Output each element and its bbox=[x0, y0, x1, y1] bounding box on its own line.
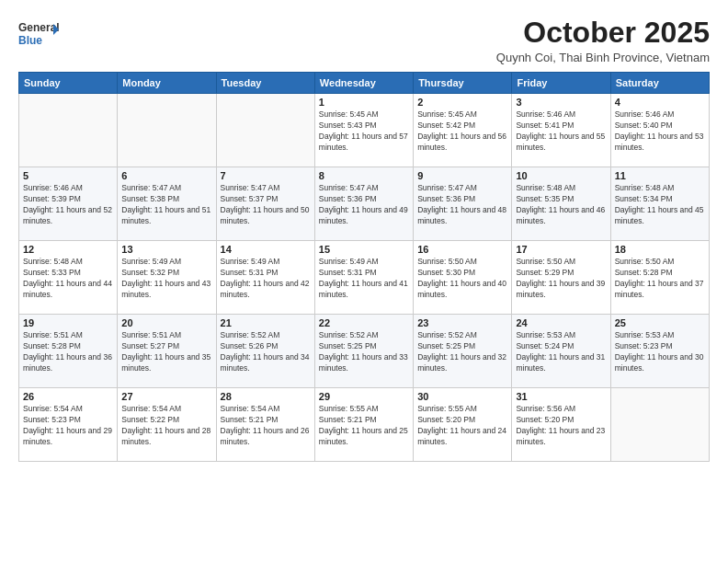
day-number: 28 bbox=[221, 391, 311, 402]
calendar-week-row: 19Sunrise: 5:51 AM Sunset: 5:28 PM Dayli… bbox=[19, 315, 710, 388]
day-info: Sunrise: 5:53 AM Sunset: 5:24 PM Dayligh… bbox=[516, 330, 606, 374]
col-saturday: Saturday bbox=[610, 73, 709, 94]
table-row: 7Sunrise: 5:47 AM Sunset: 5:37 PM Daylig… bbox=[216, 167, 314, 241]
day-info: Sunrise: 5:49 AM Sunset: 5:31 PM Dayligh… bbox=[221, 257, 311, 301]
day-info: Sunrise: 5:46 AM Sunset: 5:40 PM Dayligh… bbox=[615, 109, 705, 154]
table-row: 10Sunrise: 5:48 AM Sunset: 5:35 PM Dayli… bbox=[512, 167, 610, 241]
table-row: 15Sunrise: 5:49 AM Sunset: 5:31 PM Dayli… bbox=[314, 241, 413, 315]
day-info: Sunrise: 5:46 AM Sunset: 5:41 PM Dayligh… bbox=[516, 109, 606, 154]
table-row: 6Sunrise: 5:47 AM Sunset: 5:38 PM Daylig… bbox=[118, 167, 216, 241]
day-number: 22 bbox=[319, 317, 409, 328]
day-info: Sunrise: 5:52 AM Sunset: 5:25 PM Dayligh… bbox=[417, 330, 507, 374]
day-number: 27 bbox=[121, 391, 211, 402]
day-number: 24 bbox=[516, 317, 606, 328]
location-subtitle: Quynh Coi, Thai Binh Province, Vietnam bbox=[496, 51, 710, 64]
day-number: 11 bbox=[615, 170, 705, 181]
day-info: Sunrise: 5:47 AM Sunset: 5:36 PM Dayligh… bbox=[319, 183, 409, 227]
logo-icon: General Blue bbox=[18, 17, 59, 52]
title-block: October 2025 Quynh Coi, Thai Binh Provin… bbox=[496, 17, 710, 64]
day-info: Sunrise: 5:55 AM Sunset: 5:21 PM Dayligh… bbox=[319, 404, 409, 448]
day-info: Sunrise: 5:47 AM Sunset: 5:37 PM Dayligh… bbox=[221, 183, 311, 227]
col-wednesday: Wednesday bbox=[314, 73, 413, 94]
day-number: 2 bbox=[417, 97, 507, 108]
table-row: 8Sunrise: 5:47 AM Sunset: 5:36 PM Daylig… bbox=[314, 167, 413, 241]
day-info: Sunrise: 5:53 AM Sunset: 5:23 PM Dayligh… bbox=[615, 330, 705, 374]
day-number: 3 bbox=[516, 97, 606, 108]
day-number: 12 bbox=[23, 244, 113, 255]
day-info: Sunrise: 5:48 AM Sunset: 5:34 PM Dayligh… bbox=[615, 183, 705, 227]
day-number: 8 bbox=[319, 170, 409, 181]
day-info: Sunrise: 5:55 AM Sunset: 5:20 PM Dayligh… bbox=[417, 404, 507, 448]
month-title: October 2025 bbox=[496, 17, 710, 49]
day-info: Sunrise: 5:50 AM Sunset: 5:29 PM Dayligh… bbox=[516, 257, 606, 301]
header: General Blue October 2025 Quynh Coi, Tha… bbox=[18, 17, 710, 64]
table-row: 24Sunrise: 5:53 AM Sunset: 5:24 PM Dayli… bbox=[512, 315, 610, 388]
table-row: 21Sunrise: 5:52 AM Sunset: 5:26 PM Dayli… bbox=[216, 315, 314, 388]
day-info: Sunrise: 5:45 AM Sunset: 5:43 PM Dayligh… bbox=[319, 109, 409, 154]
day-info: Sunrise: 5:52 AM Sunset: 5:25 PM Dayligh… bbox=[319, 330, 409, 374]
day-number: 13 bbox=[121, 244, 211, 255]
day-info: Sunrise: 5:48 AM Sunset: 5:35 PM Dayligh… bbox=[516, 183, 606, 227]
calendar-week-row: 26Sunrise: 5:54 AM Sunset: 5:23 PM Dayli… bbox=[19, 388, 710, 462]
calendar-week-row: 12Sunrise: 5:48 AM Sunset: 5:33 PM Dayli… bbox=[19, 241, 710, 315]
table-row: 5Sunrise: 5:46 AM Sunset: 5:39 PM Daylig… bbox=[19, 167, 118, 241]
table-row: 18Sunrise: 5:50 AM Sunset: 5:28 PM Dayli… bbox=[610, 241, 709, 315]
table-row: 14Sunrise: 5:49 AM Sunset: 5:31 PM Dayli… bbox=[216, 241, 314, 315]
col-sunday: Sunday bbox=[19, 73, 118, 94]
table-row: 29Sunrise: 5:55 AM Sunset: 5:21 PM Dayli… bbox=[314, 388, 413, 462]
day-info: Sunrise: 5:50 AM Sunset: 5:28 PM Dayligh… bbox=[615, 257, 705, 301]
table-row: 31Sunrise: 5:56 AM Sunset: 5:20 PM Dayli… bbox=[512, 388, 610, 462]
table-row: 25Sunrise: 5:53 AM Sunset: 5:23 PM Dayli… bbox=[610, 315, 709, 388]
day-number: 14 bbox=[221, 244, 311, 255]
day-info: Sunrise: 5:54 AM Sunset: 5:23 PM Dayligh… bbox=[23, 404, 113, 448]
day-info: Sunrise: 5:48 AM Sunset: 5:33 PM Dayligh… bbox=[23, 257, 113, 301]
day-number: 5 bbox=[23, 170, 113, 181]
calendar-week-row: 5Sunrise: 5:46 AM Sunset: 5:39 PM Daylig… bbox=[19, 167, 710, 241]
day-number: 18 bbox=[615, 244, 705, 255]
col-friday: Friday bbox=[512, 73, 610, 94]
day-number: 20 bbox=[121, 317, 211, 328]
table-row bbox=[610, 388, 709, 462]
table-row: 1Sunrise: 5:45 AM Sunset: 5:43 PM Daylig… bbox=[314, 94, 413, 167]
day-info: Sunrise: 5:45 AM Sunset: 5:42 PM Dayligh… bbox=[417, 109, 507, 154]
svg-text:Blue: Blue bbox=[18, 34, 42, 47]
table-row: 27Sunrise: 5:54 AM Sunset: 5:22 PM Dayli… bbox=[118, 388, 216, 462]
day-number: 6 bbox=[121, 170, 211, 181]
logo: General Blue bbox=[18, 17, 59, 52]
table-row bbox=[118, 94, 216, 167]
table-row: 2Sunrise: 5:45 AM Sunset: 5:42 PM Daylig… bbox=[414, 94, 512, 167]
col-tuesday: Tuesday bbox=[216, 73, 314, 94]
table-row: 12Sunrise: 5:48 AM Sunset: 5:33 PM Dayli… bbox=[19, 241, 118, 315]
day-number: 26 bbox=[23, 391, 113, 402]
table-row: 23Sunrise: 5:52 AM Sunset: 5:25 PM Dayli… bbox=[414, 315, 512, 388]
table-row: 9Sunrise: 5:47 AM Sunset: 5:36 PM Daylig… bbox=[414, 167, 512, 241]
table-row: 22Sunrise: 5:52 AM Sunset: 5:25 PM Dayli… bbox=[314, 315, 413, 388]
day-number: 29 bbox=[319, 391, 409, 402]
day-number: 9 bbox=[417, 170, 507, 181]
table-row: 17Sunrise: 5:50 AM Sunset: 5:29 PM Dayli… bbox=[512, 241, 610, 315]
table-row: 11Sunrise: 5:48 AM Sunset: 5:34 PM Dayli… bbox=[610, 167, 709, 241]
table-row: 4Sunrise: 5:46 AM Sunset: 5:40 PM Daylig… bbox=[610, 94, 709, 167]
day-info: Sunrise: 5:51 AM Sunset: 5:27 PM Dayligh… bbox=[121, 330, 211, 374]
day-info: Sunrise: 5:50 AM Sunset: 5:30 PM Dayligh… bbox=[417, 257, 507, 301]
table-row: 20Sunrise: 5:51 AM Sunset: 5:27 PM Dayli… bbox=[118, 315, 216, 388]
day-number: 4 bbox=[615, 97, 705, 108]
table-row: 3Sunrise: 5:46 AM Sunset: 5:41 PM Daylig… bbox=[512, 94, 610, 167]
day-info: Sunrise: 5:49 AM Sunset: 5:31 PM Dayligh… bbox=[319, 257, 409, 301]
day-number: 15 bbox=[319, 244, 409, 255]
day-info: Sunrise: 5:46 AM Sunset: 5:39 PM Dayligh… bbox=[23, 183, 113, 227]
day-info: Sunrise: 5:52 AM Sunset: 5:26 PM Dayligh… bbox=[221, 330, 311, 374]
table-row: 16Sunrise: 5:50 AM Sunset: 5:30 PM Dayli… bbox=[414, 241, 512, 315]
day-info: Sunrise: 5:47 AM Sunset: 5:38 PM Dayligh… bbox=[121, 183, 211, 227]
day-number: 1 bbox=[319, 97, 409, 108]
svg-text:General: General bbox=[18, 21, 59, 34]
page: General Blue October 2025 Quynh Coi, Tha… bbox=[0, 0, 728, 563]
table-row: 26Sunrise: 5:54 AM Sunset: 5:23 PM Dayli… bbox=[19, 388, 118, 462]
day-info: Sunrise: 5:47 AM Sunset: 5:36 PM Dayligh… bbox=[417, 183, 507, 227]
day-number: 7 bbox=[221, 170, 311, 181]
col-monday: Monday bbox=[118, 73, 216, 94]
col-thursday: Thursday bbox=[414, 73, 512, 94]
calendar-week-row: 1Sunrise: 5:45 AM Sunset: 5:43 PM Daylig… bbox=[19, 94, 710, 167]
day-number: 10 bbox=[516, 170, 606, 181]
table-row: 13Sunrise: 5:49 AM Sunset: 5:32 PM Dayli… bbox=[118, 241, 216, 315]
